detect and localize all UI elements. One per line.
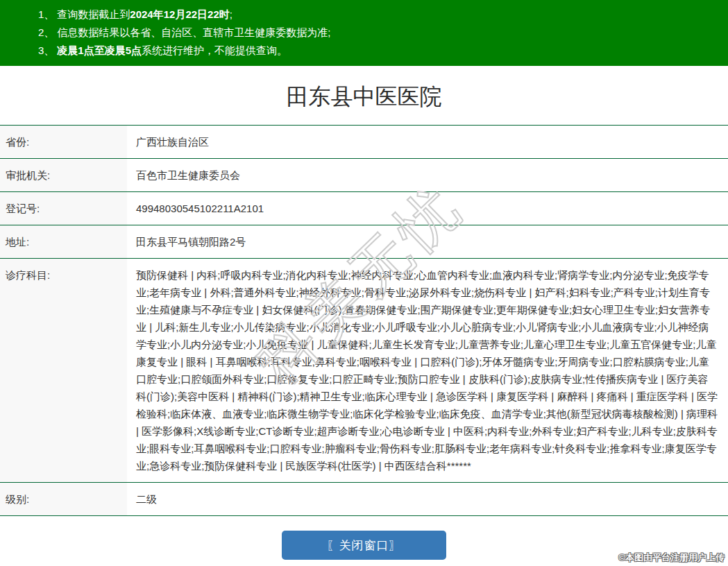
page-title: 田东县中医医院 (0, 84, 728, 110)
button-row: 〖关闭窗口〗 (0, 531, 728, 560)
notice-text-bold: 2024年12月22日22时 (130, 8, 229, 20)
row-value: 广西壮族自治区 (127, 126, 728, 158)
notice-number: 1、 (38, 8, 54, 20)
notice-line-2: 2、信息数据结果以各省、自治区、直辖市卫生健康委数据为准; (38, 24, 721, 42)
notice-banner: 1、查询数据截止到2024年12月22日22时; 2、信息数据结果以各省、自治区… (0, 0, 728, 66)
row-label: 诊疗科目: (0, 259, 127, 482)
row-label: 省份: (0, 126, 127, 158)
row-label: 地址: (0, 225, 127, 258)
row-value: 预防保健科 | 内科;呼吸内科专业;消化内科专业;神经内科专业;心血管内科专业;… (127, 259, 728, 482)
notice-line-1: 1、查询数据截止到2024年12月22日22时; (38, 6, 721, 24)
notice-text: 信息数据结果以各省、自治区、直辖市卫生健康委数据为准; (57, 26, 330, 38)
table-row-address: 地址: 田东县平马镇朝阳路2号 (0, 225, 728, 259)
row-value: 二级 (127, 483, 728, 515)
notice-line-3: 3、凌晨1点至凌晨5点系统进行维护，不能提供查询。 (38, 42, 721, 60)
row-label: 登记号: (0, 192, 127, 225)
row-label: 级别: (0, 483, 127, 515)
table-row-registration-number: 登记号: 49948030545102211A2101 (0, 192, 728, 225)
notice-text-bold: 凌晨1点至凌晨5点 (57, 44, 142, 56)
table-row-level: 级别: 二级 (0, 483, 728, 516)
notice-text-post: 系统进行维护，不能提供查询。 (142, 44, 287, 56)
table-row-province: 省份: 广西壮族自治区 (0, 126, 728, 159)
hospital-details-table: 省份: 广西壮族自治区 审批机关: 百色市卫生健康委员会 登记号: 499480… (0, 125, 728, 516)
row-value: 百色市卫生健康委员会 (127, 159, 728, 191)
notice-number: 2、 (38, 26, 54, 38)
notice-text-post: ; (230, 8, 232, 20)
close-window-button[interactable]: 〖关闭窗口〗 (282, 531, 446, 560)
notice-text: 查询数据截止到 (57, 8, 130, 20)
notice-number: 3、 (38, 44, 54, 56)
row-value: 49948030545102211A2101 (127, 192, 728, 225)
table-row-medical-subjects: 诊疗科目: 预防保健科 | 内科;呼吸内科专业;消化内科专业;神经内科专业;心血… (0, 259, 728, 483)
row-value: 田东县平马镇朝阳路2号 (127, 225, 728, 258)
row-label: 审批机关: (0, 159, 127, 191)
table-row-approval-authority: 审批机关: 百色市卫生健康委员会 (0, 159, 728, 192)
